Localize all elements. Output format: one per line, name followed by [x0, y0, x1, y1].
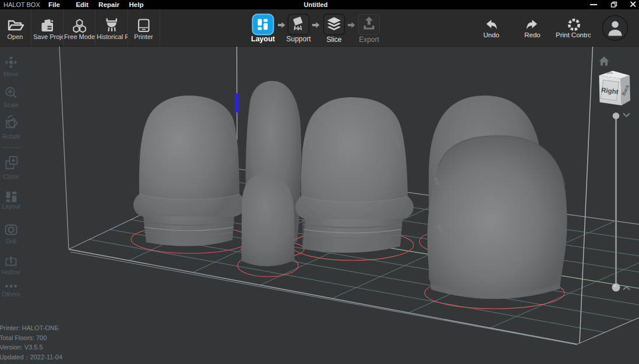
svg-text:Hollow: Hollow	[2, 268, 20, 275]
svg-text:Repair: Repair	[98, 1, 119, 8]
svg-text:Edit: Edit	[76, 1, 89, 8]
svg-text:Drill: Drill	[6, 238, 16, 245]
svg-text:HALOT BOX: HALOT BOX	[3, 1, 40, 8]
svg-text:Scale: Scale	[3, 101, 19, 108]
svg-text:Help: Help	[129, 1, 144, 8]
svg-text:Slice: Slice	[326, 36, 341, 44]
svg-text:Clone: Clone	[3, 173, 19, 180]
svg-text:File: File	[48, 1, 60, 8]
svg-text:Support: Support	[286, 35, 311, 43]
svg-text:Open: Open	[8, 33, 23, 40]
svg-text:Print Control: Print Control	[556, 31, 593, 38]
svg-text:Others: Others	[2, 291, 20, 298]
svg-text:Printer: Printer	[134, 33, 153, 40]
svg-text:Rotate: Rotate	[2, 133, 20, 140]
svg-text:Redo: Redo	[524, 31, 541, 38]
svg-text:Layout: Layout	[251, 35, 276, 43]
svg-text:Layout: Layout	[2, 203, 20, 210]
svg-text:Untitled: Untitled	[304, 1, 328, 8]
svg-text:Export: Export	[359, 36, 379, 44]
svg-text:Free Mode: Free Mode	[64, 33, 95, 40]
svg-text:Undo: Undo	[483, 31, 500, 38]
svg-text:Move: Move	[3, 70, 19, 77]
